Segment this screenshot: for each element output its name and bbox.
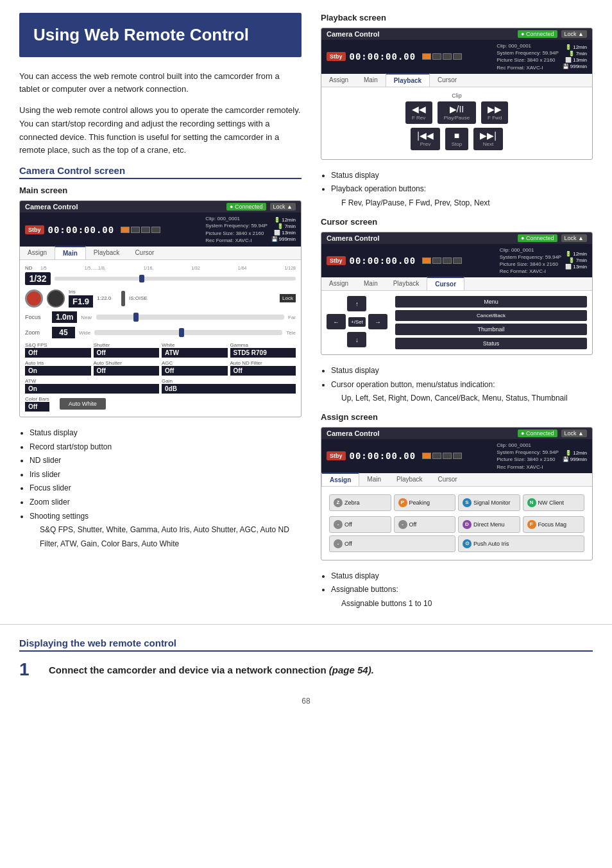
pb-frev-btn[interactable]: ◀◀ F Rev [405, 101, 432, 124]
pb-tab-main[interactable]: Main [356, 74, 386, 87]
assign-bullet-status: Status display [331, 569, 593, 584]
assign-off-1[interactable]: - Off [329, 516, 391, 533]
tab-main[interactable]: Main [55, 246, 86, 259]
off2-icon: - [398, 520, 407, 529]
assign-focus-mag[interactable]: F Focus Mag [523, 516, 585, 533]
focus-slider[interactable] [96, 315, 284, 320]
pb-body: Clip ◀◀ F Rev ▶/II Play/Pause ▶▶ F Fwd [321, 87, 592, 159]
record-button[interactable] [25, 290, 43, 308]
iris-control: Iris F1.9 1:22.0 IS:OISE Lock [25, 289, 296, 308]
pb-btn-row-1: ◀◀ F Rev ▶/II Play/Pause ▶▶ F Fwd [327, 101, 587, 124]
as-4 [453, 453, 462, 459]
cursor-tab-cursor[interactable]: Cursor [427, 277, 464, 290]
focus-thumb[interactable] [133, 313, 139, 322]
cursor-lock: Lock ▲ [561, 234, 587, 242]
pb-tab-cursor[interactable]: Cursor [430, 74, 464, 87]
status-button[interactable]: Status [395, 338, 587, 349]
pb-ffwd-btn[interactable]: ▶▶ F Fwd [481, 101, 508, 124]
cursor-bullet-status: Status display [331, 364, 593, 378]
zoom-slider[interactable] [94, 330, 282, 335]
zoom-wide-label: Wide [79, 330, 90, 336]
pb-timecode: 00:00:00.00 [350, 51, 416, 62]
pb-slot-3 [443, 53, 452, 60]
bullet-iris: Iris slider [30, 468, 302, 482]
page-footer: 68 [0, 686, 612, 716]
pb-ops-sub: F Rev, Play/Pause, F Fwd, Prev, Stop, Ne… [341, 196, 593, 211]
cs-1 [422, 257, 431, 264]
left-button[interactable]: ← [327, 314, 346, 329]
cursor-title: Camera Control [327, 234, 380, 242]
pb-stop-btn[interactable]: ■ Stop [445, 128, 468, 150]
main-screen-panel: Camera Control ● Connected Lock ▲ Stby 0… [19, 200, 302, 417]
cursor-tab-playback[interactable]: Playback [386, 277, 427, 290]
focus-mag-label: Focus Mag [538, 521, 567, 528]
iris-label: Iris [69, 289, 93, 295]
focus-far-label: Far [288, 315, 296, 320]
setting-agc: AGC Off [162, 360, 228, 376]
assign-push-auto-iris[interactable]: ⊙ Push Auto Iris [458, 535, 584, 552]
nd-value: 1/32 [25, 272, 51, 285]
cursor-tab-main[interactable]: Main [356, 277, 386, 290]
playback-panel: Camera Control ● Connected Lock ▲ Stby 0… [321, 28, 593, 160]
bullet-zoom: Zoom slider [30, 496, 302, 510]
autowhite-button[interactable]: Auto White [60, 398, 106, 410]
assign-off-2[interactable]: - Off [394, 516, 456, 533]
tab-assign[interactable]: Assign [20, 247, 55, 259]
assign-tab-main[interactable]: Main [359, 473, 389, 486]
pb-next-btn[interactable]: ▶▶| Next [473, 128, 503, 150]
assign-peaking[interactable]: P Peaking [394, 494, 456, 511]
tab-playback[interactable]: Playback [86, 247, 128, 259]
thumbnail-button[interactable]: Thumbnail [395, 324, 587, 335]
nw-client-icon: N [527, 498, 536, 507]
zoom-thumb[interactable] [179, 328, 184, 337]
assign-nw-client[interactable]: N NW Client [523, 494, 585, 511]
signal-monitor-label: Signal Monitor [473, 499, 511, 506]
focus-label: Focus [25, 314, 48, 320]
right-button[interactable]: → [368, 314, 387, 329]
cursor-panel: Camera Control ● Connected Lock ▲ Stby 0… [321, 232, 593, 356]
assign-heading: Assign screen [321, 412, 593, 422]
step-1-text: Connect the camcorder and device via a n… [49, 659, 374, 680]
setting-shutter: Shutter Off [94, 342, 160, 358]
lock-btn[interactable]: Lock [280, 294, 296, 302]
as-2 [432, 453, 441, 459]
next-icon: ▶▶| [480, 131, 497, 140]
assign-zebra[interactable]: Z Zebra [329, 494, 391, 511]
as-3 [443, 453, 452, 459]
cs-4 [453, 257, 462, 264]
assign-tab-playback[interactable]: Playback [389, 473, 430, 486]
cancelback-button[interactable]: Cancel/Back [395, 310, 587, 321]
nd-slider-track[interactable] [55, 277, 296, 281]
cursor-tabs: Assign Main Playback Cursor [321, 277, 592, 291]
cursor-status-row: Stby 00:00:00.00 Clip: 000_0001 System F… [321, 244, 592, 278]
assign-off-3[interactable]: - Off [329, 535, 455, 552]
cursor-batt: 🔋12min 🔋7min ⬜13min [565, 251, 587, 270]
assign-tabs: Assign Main Playback Cursor [321, 473, 592, 487]
set-button[interactable]: +/Set [348, 317, 366, 327]
page-number: 68 [302, 697, 310, 706]
stop-icon: ■ [454, 131, 459, 140]
assign-signal-monitor[interactable]: S Signal Monitor [458, 494, 520, 511]
tab-cursor[interactable]: Cursor [127, 247, 162, 259]
down-button[interactable]: ↓ [347, 332, 366, 347]
focus-near-label: Near [81, 315, 92, 320]
assign-bullet-list: Status display Assignable buttons: Assig… [331, 569, 593, 611]
assign-tab-cursor[interactable]: Cursor [430, 473, 465, 486]
cam-info: Clip: 000_0001 System Frequency: 59.94P … [205, 215, 268, 244]
pb-info: Clip: 000_0001 System Frequency: 59.94P … [497, 42, 559, 71]
bullet-nd: ND slider [30, 454, 302, 468]
setting-white: White ATW [162, 342, 228, 358]
pb-prev-btn[interactable]: |◀◀ Prev [411, 128, 440, 150]
menu-button[interactable]: Menu [395, 296, 587, 308]
assign-tab-assign[interactable]: Assign [321, 473, 359, 486]
media-info: 💾999min [271, 236, 296, 242]
cursor-tab-assign[interactable]: Assign [321, 277, 356, 290]
pb-tab-playback[interactable]: Playback [386, 73, 430, 87]
assign-direct-menu[interactable]: D Direct Menu [458, 516, 520, 533]
up-button[interactable]: ↑ [347, 296, 366, 311]
connected-badge: ● Connected [226, 203, 266, 211]
nd-slider-thumb[interactable] [139, 275, 144, 282]
pb-tab-assign[interactable]: Assign [321, 74, 356, 87]
pb-playpause-btn[interactable]: ▶/II Play/Pause [438, 101, 476, 124]
iris-circle-btn[interactable] [47, 290, 65, 308]
